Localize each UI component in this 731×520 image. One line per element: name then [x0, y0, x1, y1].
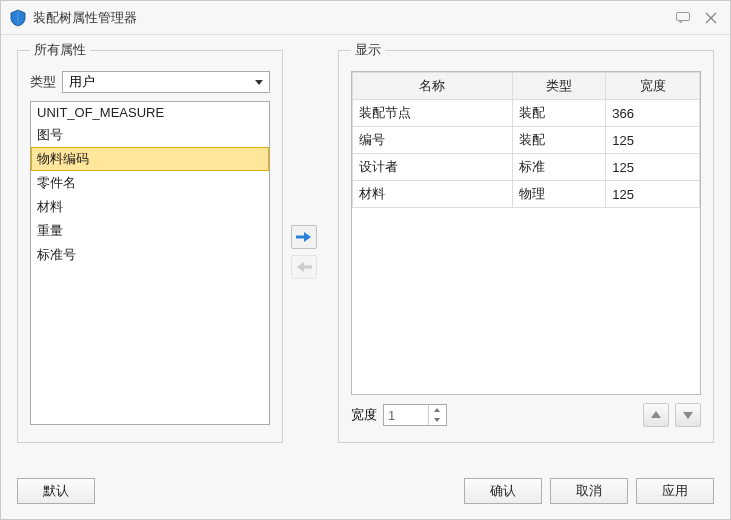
width-label: 宽度: [351, 406, 377, 424]
display-table[interactable]: 名称 类型 宽度 装配节点装配366编号装配125设计者标准125材料物理125: [351, 71, 701, 395]
window-title: 装配树属性管理器: [33, 9, 137, 27]
list-item[interactable]: 零件名: [31, 171, 269, 195]
list-item[interactable]: 图号: [31, 123, 269, 147]
default-button[interactable]: 默认: [17, 478, 95, 504]
col-header-width[interactable]: 宽度: [606, 73, 700, 100]
table-cell: 材料: [353, 181, 513, 208]
table-row[interactable]: 材料物理125: [353, 181, 700, 208]
table-cell: 设计者: [353, 154, 513, 181]
table-cell: 366: [606, 100, 700, 127]
list-item[interactable]: 物料编码: [31, 147, 269, 171]
table-row[interactable]: 编号装配125: [353, 127, 700, 154]
list-item[interactable]: 材料: [31, 195, 269, 219]
type-label: 类型: [30, 73, 56, 91]
table-row[interactable]: 装配节点装配366: [353, 100, 700, 127]
move-up-button[interactable]: [643, 403, 669, 427]
chevron-down-icon: [255, 80, 263, 85]
spinner-up-icon[interactable]: [429, 405, 444, 415]
display-legend: 显示: [351, 41, 385, 59]
table-cell: 125: [606, 181, 700, 208]
table-cell: 物理: [512, 181, 606, 208]
list-item[interactable]: UNIT_OF_MEASURE: [31, 102, 269, 123]
cancel-button[interactable]: 取消: [550, 478, 628, 504]
titlebar: 装配树属性管理器: [1, 1, 730, 35]
feedback-icon[interactable]: [672, 10, 694, 26]
table-cell: 125: [606, 154, 700, 181]
col-header-type[interactable]: 类型: [512, 73, 606, 100]
table-header-row: 名称 类型 宽度: [353, 73, 700, 100]
all-properties-panel: 所有属性 类型 用户 UNIT_OF_MEASURE图号物料编码零件名材料重量标…: [17, 41, 283, 443]
table-cell: 125: [606, 127, 700, 154]
transfer-buttons: [291, 41, 317, 463]
move-left-button[interactable]: [291, 255, 317, 279]
width-spinner[interactable]: [383, 404, 447, 426]
col-header-name[interactable]: 名称: [353, 73, 513, 100]
list-item[interactable]: 重量: [31, 219, 269, 243]
spinner-down-icon[interactable]: [429, 415, 444, 425]
apply-button[interactable]: 应用: [636, 478, 714, 504]
type-select-value: 用户: [69, 73, 95, 91]
all-properties-legend: 所有属性: [30, 41, 90, 59]
width-input[interactable]: [384, 406, 428, 424]
app-icon: [9, 9, 27, 27]
display-panel: 显示 名称 类型 宽度 装配节点装配366编号装配125设计者标准125材料物理…: [338, 41, 714, 443]
list-item[interactable]: 标准号: [31, 243, 269, 267]
table-cell: 标准: [512, 154, 606, 181]
move-right-button[interactable]: [291, 225, 317, 249]
all-properties-list[interactable]: UNIT_OF_MEASURE图号物料编码零件名材料重量标准号: [30, 101, 270, 425]
table-cell: 装配: [512, 100, 606, 127]
dialog-window: 装配树属性管理器 所有属性 类型 用户 UNIT_OF_MEASURE图号物料编…: [0, 0, 731, 520]
table-cell: 编号: [353, 127, 513, 154]
svg-rect-0: [677, 12, 690, 20]
type-select[interactable]: 用户: [62, 71, 270, 93]
table-row[interactable]: 设计者标准125: [353, 154, 700, 181]
table-cell: 装配: [512, 127, 606, 154]
move-down-button[interactable]: [675, 403, 701, 427]
table-cell: 装配节点: [353, 100, 513, 127]
content-area: 所有属性 类型 用户 UNIT_OF_MEASURE图号物料编码零件名材料重量标…: [1, 41, 730, 463]
dialog-footer: 默认 确认 取消 应用: [1, 463, 730, 519]
ok-button[interactable]: 确认: [464, 478, 542, 504]
close-icon[interactable]: [700, 10, 722, 26]
